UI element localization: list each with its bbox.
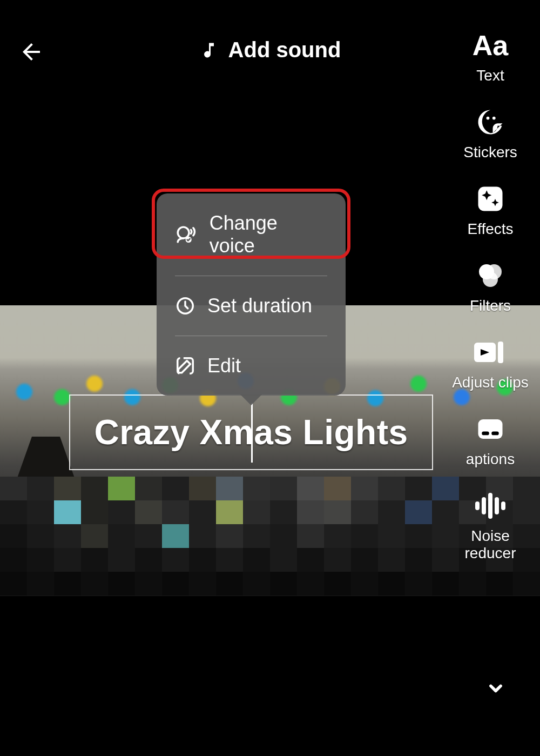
menu-change-voice-label: Change voice	[210, 212, 327, 257]
right-toolbar: Aa Text Stickers Effects Filters	[447, 29, 534, 562]
svg-rect-9	[475, 501, 480, 510]
menu-edit-label: Edit	[207, 354, 241, 377]
sticker-icon	[474, 106, 507, 138]
video-editor-screen: Crazy Xmas Lights Add sound Aa Text Stic…	[0, 0, 540, 756]
svg-rect-7	[482, 432, 489, 436]
svg-rect-13	[501, 501, 505, 510]
effects-icon	[474, 183, 507, 215]
tool-text-label: Text	[476, 67, 504, 84]
menu-edit[interactable]: Edit	[175, 336, 327, 396]
tool-stickers[interactable]: Stickers	[447, 106, 534, 161]
tool-effects[interactable]: Effects	[447, 183, 534, 238]
svg-point-14	[178, 227, 189, 238]
svg-rect-0	[478, 187, 503, 211]
noise-reducer-icon	[474, 490, 507, 522]
text-icon: Aa	[474, 29, 507, 62]
add-sound-label: Add sound	[228, 38, 341, 62]
text-overlay-box[interactable]: Crazy Xmas Lights	[69, 394, 433, 470]
tool-filters-label: Filters	[470, 297, 511, 315]
tool-captions-label: aptions	[466, 451, 515, 468]
arrow-left-icon	[18, 39, 44, 65]
filters-icon	[474, 259, 507, 292]
svg-rect-6	[478, 419, 503, 439]
tool-adjust-clips-label: Adjust clips	[452, 374, 529, 391]
tool-filters[interactable]: Filters	[447, 259, 534, 315]
music-note-icon	[199, 41, 219, 60]
svg-rect-8	[491, 432, 499, 436]
adjust-clips-icon	[474, 336, 507, 369]
menu-set-duration[interactable]: Set duration	[175, 276, 327, 336]
clock-icon	[175, 296, 195, 316]
tool-noise-reducer-label: Noise reducer	[465, 527, 516, 562]
more-tools-button[interactable]	[484, 676, 508, 702]
back-button[interactable]	[15, 36, 48, 68]
svg-rect-11	[488, 493, 492, 519]
menu-set-duration-label: Set duration	[207, 295, 312, 317]
add-sound-button[interactable]: Add sound	[199, 38, 341, 62]
voice-icon	[175, 223, 198, 246]
tool-adjust-clips[interactable]: Adjust clips	[447, 336, 534, 391]
tool-effects-label: Effects	[467, 220, 513, 238]
svg-rect-10	[482, 497, 486, 514]
text-caret	[251, 403, 253, 463]
svg-rect-12	[495, 497, 499, 514]
text-options-popup: Change voice Set duration Edit	[157, 193, 346, 396]
svg-point-3	[483, 272, 498, 287]
popup-tail	[240, 394, 262, 405]
tool-text[interactable]: Aa Text	[447, 29, 534, 84]
menu-change-voice[interactable]: Change voice	[157, 193, 346, 276]
tool-stickers-label: Stickers	[463, 144, 517, 161]
chevron-down-icon	[484, 676, 508, 700]
captions-icon	[474, 413, 507, 445]
tool-noise-reducer[interactable]: Noise reducer	[447, 490, 534, 562]
tool-captions[interactable]: aptions	[447, 413, 534, 468]
edit-icon	[175, 356, 195, 376]
svg-rect-17	[178, 358, 193, 374]
svg-rect-5	[498, 342, 503, 363]
